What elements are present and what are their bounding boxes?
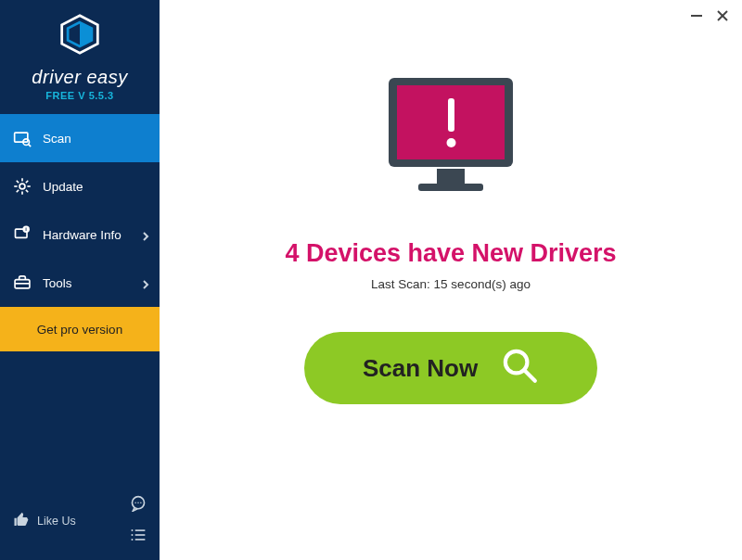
sidebar-item-scan[interactable]: Scan [0,114,160,162]
thumb-up-icon [13,512,37,531]
sidebar-nav: Scan Update i Hardware Info Tools [0,114,160,307]
like-us-label: Like Us [37,515,76,528]
sidebar-item-label: Scan [43,132,71,146]
close-button[interactable] [716,9,729,22]
scan-icon [13,129,32,147]
menu-icon[interactable] [130,527,147,547]
svg-point-20 [134,502,135,503]
hardware-info-icon: i [13,225,32,244]
brand-name: driver easy [5,67,155,88]
sidebar: driver easy FREE V 5.5.3 Scan Update i H… [0,0,160,560]
last-scan-text: Last Scan: 15 second(s) ago [371,277,531,291]
scan-now-button[interactable]: Scan Now [304,332,597,404]
svg-rect-36 [448,98,454,132]
monitor-alert-icon [372,70,530,213]
chevron-right-icon [141,278,150,287]
svg-line-12 [26,181,28,183]
svg-point-28 [131,539,133,541]
svg-line-11 [26,190,28,192]
svg-line-10 [17,181,19,183]
get-pro-label: Get pro version [37,323,122,337]
sidebar-item-update[interactable]: Update [0,162,160,210]
chevron-right-icon [141,230,150,239]
svg-line-4 [29,145,31,147]
sidebar-item-hardware-info[interactable]: i Hardware Info [0,210,160,259]
svg-point-5 [19,184,25,189]
sidebar-item-tools[interactable]: Tools [0,259,160,307]
sidebar-item-label: Hardware Info [43,228,122,242]
svg-line-13 [17,190,19,192]
sidebar-bottom-actions [130,495,147,547]
brand-logo-icon [58,43,101,58]
svg-rect-34 [437,169,465,184]
like-us-button[interactable]: Like Us [13,512,76,531]
svg-point-27 [131,534,133,536]
svg-point-37 [447,138,456,147]
scan-now-label: Scan Now [363,354,478,383]
sidebar-item-label: Update [43,180,83,194]
brand-block: driver easy FREE V 5.5.3 [0,0,160,110]
svg-rect-2 [15,133,28,142]
svg-line-39 [524,370,535,381]
minimize-button[interactable] [690,9,703,22]
brand-subtitle: FREE V 5.5.3 [5,90,155,101]
headline-text: 4 Devices have New Drivers [285,239,616,268]
sidebar-bottom: Like Us [0,486,160,560]
main-content: 4 Devices have New Drivers Last Scan: 15… [160,0,742,560]
search-icon [500,346,539,391]
window-controls [690,9,729,22]
chat-icon[interactable] [130,495,147,515]
sidebar-item-label: Tools [43,276,72,290]
svg-rect-35 [418,184,483,191]
svg-point-26 [131,529,133,531]
toolbox-icon [13,274,32,292]
get-pro-button[interactable]: Get pro version [0,307,160,351]
svg-point-22 [140,502,141,503]
svg-point-21 [137,502,138,503]
gear-icon [13,177,32,196]
